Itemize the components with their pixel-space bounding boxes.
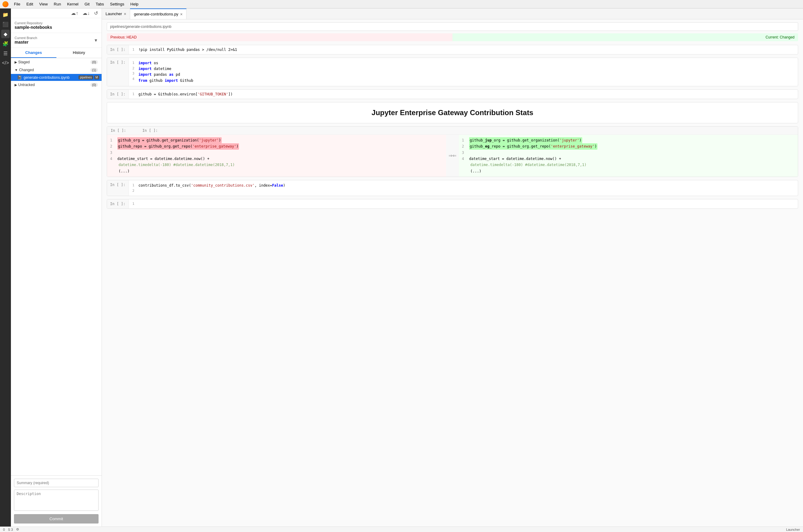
diff-arrow-divider: ⇒⇐ — [446, 135, 459, 177]
line-numbers-2: 1234 — [132, 60, 139, 83]
cell-prompt: In [ ]: — [107, 45, 129, 54]
cell-imports: In [ ]: 1234 import os import datetime i… — [107, 58, 798, 86]
imports-code: import os import datetime import pandas … — [139, 60, 194, 83]
changed-section-header[interactable]: ▼Changed (1) — [11, 66, 102, 74]
cell-empty: In [ ]: 1 — [107, 199, 798, 209]
menu-kernel[interactable]: Kernel — [65, 1, 81, 7]
diff-right: 1github_jup_org = github.get_organizatio… — [459, 135, 798, 177]
tab-generate-contributions[interactable]: generate-contributions.py × — [130, 8, 186, 19]
branch-label: Current Branch — [15, 36, 37, 40]
status-gear-icon[interactable]: ⚙ — [16, 528, 19, 531]
sidebar-extensions-icon[interactable]: 🧩 — [1, 39, 10, 48]
cell-prompt-2: In [ ]: — [107, 58, 129, 86]
branch-dropdown-icon[interactable]: ▼ — [94, 38, 98, 43]
generate-tab-label: generate-contributions.py — [134, 12, 178, 16]
launcher-tab-close[interactable]: × — [124, 12, 126, 16]
diff-view: pipelines/generate-contributions.ipynb P… — [102, 19, 803, 527]
diff-cell: In [ ]: In [ ]: 1github_org = github.get… — [107, 126, 798, 177]
cell-code-3: github = Github(os.environ['GITHUB_TOKEN… — [139, 92, 233, 96]
diff-cell-header: In [ ]: In [ ]: — [107, 127, 798, 135]
repo-label: Current Repository — [15, 21, 98, 25]
menu-help[interactable]: Help — [128, 1, 141, 7]
launcher-tab-label: Launcher — [106, 12, 122, 16]
branch-section: Current Branch master ▼ — [11, 33, 102, 48]
menu-tabs[interactable]: Tabs — [93, 1, 106, 7]
diff-status-bar: Previous: HEAD Current: Changed — [107, 33, 798, 41]
refresh-button[interactable]: ↺ — [93, 10, 99, 17]
line-numbers-csv: 12 — [132, 183, 139, 193]
tab-history[interactable]: History — [56, 48, 102, 58]
app-logo — [2, 1, 8, 7]
notebook-title: Jupyter Enterprise Gateway Contribution … — [113, 109, 792, 117]
repo-section: Current Repository sample-notebooks — [11, 18, 102, 33]
changed-arrow-icon: ▼ — [15, 68, 18, 72]
generate-tab-close[interactable]: × — [180, 12, 183, 17]
commit-description-input[interactable] — [14, 490, 98, 511]
menu-file[interactable]: File — [12, 1, 23, 7]
branch-info: Current Branch master — [15, 36, 37, 44]
line-numbers-3: 1 — [132, 92, 139, 96]
diff-split-content: 1github_org = github.get_organization('j… — [107, 135, 798, 177]
sidebar-debugger-icon[interactable]: </> — [1, 59, 10, 67]
tab-changes[interactable]: Changes — [11, 48, 56, 58]
untracked-count: (0) — [90, 83, 98, 87]
cell-github-token: In [ ]: 1 github = Github(os.environ['GI… — [107, 89, 798, 99]
tab-launcher[interactable]: Launcher × — [102, 8, 130, 19]
cell-pip-install: In [ ]: 1 !pip install PyGithub pandas >… — [107, 45, 798, 55]
sidebar-files-icon[interactable]: 📁 — [1, 10, 10, 19]
sidebar-running-icon[interactable]: ⬛ — [1, 20, 10, 28]
changes-list: ▶Staged (0) ▼Changed (1) 📓 generate-cont… — [11, 58, 102, 475]
statusbar: 0 S 3 ⚙ Launcher — [0, 527, 803, 532]
menu-settings[interactable]: Settings — [108, 1, 127, 7]
sidebar-toc-icon[interactable]: ☰ — [1, 49, 10, 58]
icon-sidebar: 📁 ⬛ ◆ 🧩 ☰ </> — [0, 8, 11, 527]
staged-arrow-icon: ▶ — [15, 60, 17, 64]
untracked-arrow-icon: ▶ — [15, 83, 17, 87]
line-numbers: 1 — [132, 48, 139, 52]
changed-file-item[interactable]: 📓 generate-contributions.ipynb pipelines… — [11, 74, 102, 81]
untracked-section-header[interactable]: ▶Untracked (0) — [11, 81, 102, 89]
cell-prompt-csv: In [ ]: — [107, 180, 129, 196]
changes-history-tabs: Changes History — [11, 48, 102, 58]
status-zero: 0 — [3, 528, 5, 531]
repo-name: sample-notebooks — [15, 25, 98, 30]
content-area: Launcher × generate-contributions.py × p… — [102, 8, 803, 527]
staged-count: (0) — [90, 60, 98, 64]
sidebar-git-icon[interactable]: ◆ — [1, 30, 10, 38]
line-numbers-empty: 1 — [132, 202, 139, 206]
menu-run[interactable]: Run — [51, 1, 63, 7]
status-s3: S 3 — [8, 528, 13, 531]
menu-git[interactable]: Git — [82, 1, 92, 7]
diff-left: 1github_org = github.get_organization('j… — [107, 135, 446, 177]
file-pipeline-tag: pipelines — [78, 75, 93, 79]
commit-area: Commit — [11, 475, 102, 527]
cell-csv-export: In [ ]: 12 contributions_df.to_csv('comm… — [107, 180, 798, 196]
git-panel: ☁↑ ☁↓ ↺ Current Repository sample-notebo… — [11, 8, 102, 527]
changed-count: (1) — [90, 68, 98, 72]
file-name: generate-contributions.ipynb — [24, 75, 77, 80]
git-toolbar: ☁↑ ☁↓ ↺ — [11, 8, 102, 18]
file-modified-badge: M — [94, 75, 99, 79]
cell-prompt-3: In [ ]: — [107, 90, 129, 99]
notebook-icon: 📓 — [17, 75, 22, 80]
cell-code-csv: contributions_df.to_csv('community_contr… — [139, 183, 285, 193]
staged-section-header[interactable]: ▶Staged (0) — [11, 58, 102, 66]
commit-button[interactable]: Commit — [14, 514, 98, 524]
statusbar-launcher: Launcher — [786, 528, 800, 531]
file-path: pipelines/generate-contributions.ipynb — [107, 22, 798, 31]
cell-code: !pip install PyGithub pandas > /dev/null… — [139, 48, 237, 52]
commit-summary-input[interactable] — [14, 479, 98, 487]
branch-name: master — [15, 40, 37, 44]
content-tab-bar: Launcher × generate-contributions.py × — [102, 8, 803, 19]
menubar: File Edit View Run Kernel Git Tabs Setti… — [0, 0, 803, 8]
diff-curr-label: Current: Changed — [453, 33, 798, 41]
diff-prev-label: Previous: HEAD — [107, 33, 453, 41]
cell-prompt-empty: In [ ]: — [107, 200, 129, 208]
heading-cell: Jupyter Enterprise Gateway Contribution … — [107, 102, 798, 123]
menu-edit[interactable]: Edit — [24, 1, 35, 7]
cloud-download-button[interactable]: ☁↓ — [81, 10, 91, 17]
cloud-upload-button[interactable]: ☁↑ — [70, 10, 79, 17]
menu-view[interactable]: View — [37, 1, 50, 7]
